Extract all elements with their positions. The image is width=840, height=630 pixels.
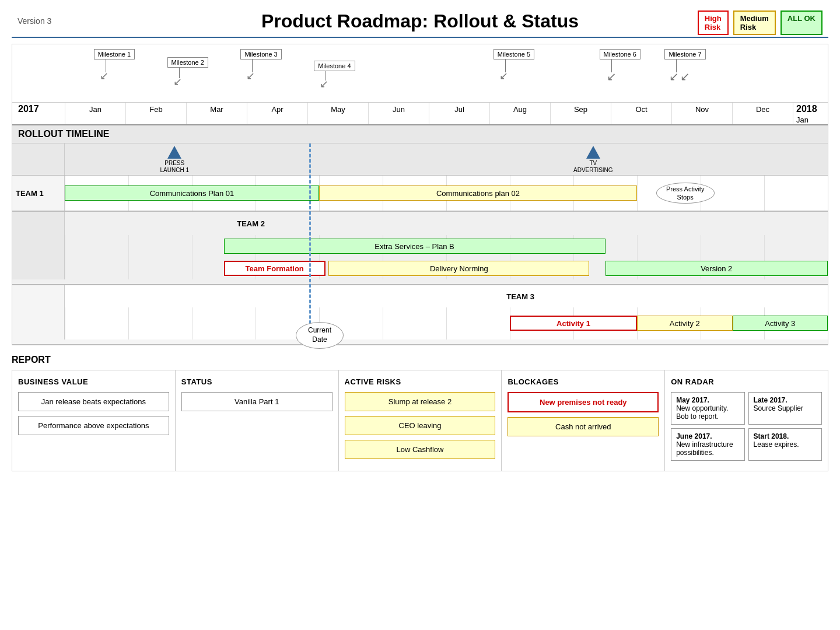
team2-row2: Team Formation Delivery Norming Version … [12,257,828,279]
business-value-col: BUSINESS VALUE Jan release beats expecta… [12,370,176,471]
tv-advertising-label: TVADVERTISING [573,160,613,174]
team3-name-cell: TEAM 3 [65,285,828,307]
comm-plan-01-bar: Communications Plan 01 [65,186,319,201]
press-launch-marker: PRESSLAUNCH 1 [160,146,189,174]
timeline-section: Milestone 1 ↙ Milestone 2 ↙ Milestone 3 … [12,44,828,345]
month-feb: Feb [125,103,186,124]
ms5-arrow: ↙ [499,72,508,80]
blockages-col: BLOCKAGES New premises not ready Cash no… [502,370,665,471]
radar-item-2-text: Source Supplier [754,404,803,412]
delivery-norming-bar: Delivery Norming [328,261,589,276]
team1-label: TEAM 1 [12,176,65,211]
month-apr: Apr [247,103,307,124]
report-columns: BUSINESS VALUE Jan release beats expecta… [12,370,828,471]
milestone-2: Milestone 2 ↙ [167,57,208,86]
radar-item-1-text: New opportunity. Bob to report. [676,404,728,421]
month-jan: Jan [65,103,125,124]
team2-spacer1 [12,235,65,257]
team3-section: TEAM 3 Act [12,285,828,345]
month-nov: Nov [671,103,732,124]
risk-item-3: Low Cashflow [345,440,496,459]
month-aug: Aug [489,103,550,124]
ms2-label: Milestone 2 [167,57,208,68]
radar-grid: May 2017. New opportunity. Bob to report… [671,392,822,461]
high-risk-legend: HighRisk [698,10,729,35]
report-section: REPORT BUSINESS VALUE Jan release beats … [12,351,828,471]
year-2017: 2017 [12,103,65,124]
press-activity-ellipse: Press ActivityStops [656,183,715,204]
radar-item-3-text: New infrastructure possibilities. [676,440,733,457]
team3-label [12,307,65,340]
activity3-bar: Activity 3 [733,316,828,331]
team2-label [12,212,65,235]
year-2018: 2018Jan [793,103,828,124]
ms6-label: Milestone 6 [600,49,640,60]
medium-risk-legend: MediumRisk [733,10,776,35]
markers-row-content: PRESSLAUNCH 1 TVADVERTISING [65,144,828,175]
radar-item-4-text: Lease expires. [754,440,799,449]
all-ok-legend: ALL OK [780,10,822,35]
team3-content: Activity 1 Activity 2 Activity 3 Current… [65,307,828,340]
press-launch-triangle [167,146,181,159]
current-date-line [309,144,311,345]
ms7-label: Milestone 7 [664,49,705,60]
business-value-header: BUSINESS VALUE [18,377,169,386]
team3-label-row: TEAM 3 [12,285,828,307]
radar-item-1-bold: May 2017. [676,396,739,404]
version-label: Version 3 [18,16,51,26]
press-launch-label: PRESSLAUNCH 1 [160,160,189,174]
team2-name-cell: TEAM 2 [65,212,828,235]
team1-content: Communications Plan 01 Communications pl… [65,176,828,211]
legend: HighRisk MediumRisk ALL OK [698,10,822,35]
rollout-label: ROLLOUT TIMELINE [18,129,109,139]
radar-item-3: June 2017. New infrastructure possibilit… [671,428,744,461]
ms3-arrow: ↙ [246,72,255,80]
markers-row: PRESSLAUNCH 1 TVADVERTISING [12,144,828,176]
ms5-label: Milestone 5 [494,49,534,60]
ms4-arrow: ↙ [320,80,328,88]
activity2-bar: Activity 2 [637,316,733,331]
rollout-header: ROLLOUT TIMELINE [12,125,828,144]
ms7-arrows: ↙ ↙ [669,72,690,80]
month-header: 2017 Jan Feb Mar Apr May Jun Jul Aug Sep… [12,103,828,125]
radar-item-4: Start 2018. Lease expires. [748,428,822,461]
page-wrapper: Version 3 Product Roadmap: Rollout & Sta… [0,0,840,471]
status-header: STATUS [181,377,332,386]
blockage-item-2: Cash not arrived [508,417,659,436]
on-radar-col: ON RADAR May 2017. New opportunity. Bob … [665,370,828,471]
ms6-arrow: ↙ [607,72,617,80]
month-may: May [307,103,368,124]
markers-row-spacer [12,144,65,175]
team1-row: TEAM 1 Communications Plan 01 [12,176,828,211]
bv-item-2: Performance above expectations [18,416,169,435]
version2-bar: Version 2 [606,261,828,276]
team2-content1: Extra Services – Plan B [65,235,828,257]
month-jul: Jul [429,103,489,124]
team2-spacer2 [12,257,65,279]
gantt-area: PRESSLAUNCH 1 TVADVERTISING TEAM 1 [12,144,828,345]
milestone-1: Milestone 1 ↙ [94,49,135,80]
ms4-label: Milestone 4 [314,61,355,71]
report-header: REPORT [12,351,828,370]
milestone-4: Milestone 4 ↙ [314,61,355,88]
ms2-arrow: ↙ [173,78,182,86]
radar-item-4-bold: Start 2018. [754,432,817,440]
extra-services-bar: Extra Services – Plan B [224,239,606,254]
blockages-header: BLOCKAGES [508,377,659,386]
team2-section: TEAM 2 Ext [12,212,828,285]
team3-row1: Activity 1 Activity 2 Activity 3 Current… [12,307,828,340]
ms1-label: Milestone 1 [94,49,135,60]
active-risks-col: ACTIVE RISKS Slump at release 2 CEO leav… [339,370,502,471]
milestone-7: Milestone 7 ↙ ↙ [664,49,705,80]
team2-label-row: TEAM 2 [12,212,828,235]
blockage-item-1: New premises not ready [508,392,659,412]
month-oct: Oct [611,103,671,124]
on-radar-header: ON RADAR [671,377,822,386]
radar-item-3-bold: June 2017. [676,432,739,440]
radar-item-1: May 2017. New opportunity. Bob to report… [671,392,744,425]
status-item-1: Vanilla Part 1 [181,392,332,411]
header: Version 3 Product Roadmap: Rollout & Sta… [0,0,840,37]
milestone-6: Milestone 6 ↙ [600,49,640,80]
team2-content2: Team Formation Delivery Norming Version … [65,257,828,279]
team1-section: TEAM 1 Communications Plan 01 [12,176,828,212]
